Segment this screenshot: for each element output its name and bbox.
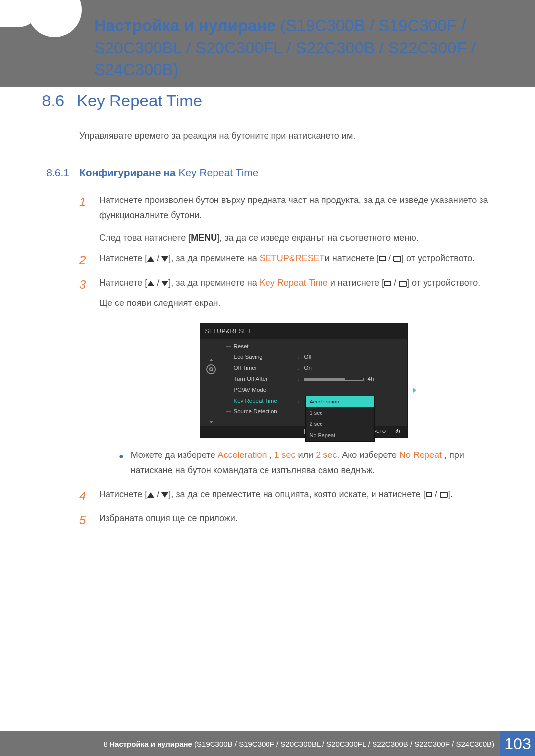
source-icon: [426, 492, 432, 497]
step-number: 1: [79, 193, 90, 245]
enter-icon: [399, 281, 407, 287]
up-arrow-icon: [147, 281, 154, 286]
header-title-prefix: Настройка и нулиране: [94, 16, 276, 35]
osd-item-eco: Eco Saving: [234, 353, 298, 362]
step-4: 4 Натиснете [ / ], за да се преместите н…: [79, 487, 508, 505]
section-heading: 8.6 Key Repeat Time: [30, 92, 508, 110]
bullet-text: Можете да изберете Acceleration , 1 sec …: [131, 448, 508, 478]
osd-item-srcdet: Source Detection: [234, 407, 298, 417]
page-footer: 8 Настройка и нулиране (S19C300B / S19C3…: [0, 731, 535, 756]
osd-item-reset: Reset: [234, 342, 298, 352]
header-circle-shape: [27, 0, 82, 37]
page-number: 103: [500, 731, 535, 756]
step-3: 3 Натиснете [ / ], за да преминете на Ke…: [79, 275, 508, 478]
subsection-heading: 8.6.1 Конфигуриране на Key Repeat Time: [79, 165, 508, 181]
arrow-right-icon: [413, 388, 416, 393]
intro-paragraph: Управлявате времето за реакция на бутони…: [79, 129, 508, 143]
step-1: 1 Натиснете произволен бутон върху предн…: [79, 193, 508, 245]
enter-icon: [393, 256, 401, 262]
osd-option-2sec: 2 sec: [306, 418, 374, 430]
step-5: 5 Избраната опция ще се приложи.: [79, 511, 508, 529]
osd-title: SETUP&RESET: [200, 323, 407, 339]
key-repeat-time-label: Key Repeat Time: [260, 278, 328, 288]
osd-screenshot: SETUP&RESET Reset Eco Saving:Off Off Tim…: [200, 323, 408, 438]
osd-item-pcav: PC/AV Mode: [234, 385, 298, 395]
step-number: 4: [79, 487, 90, 505]
osd-item-krt: Key Repeat Time: [234, 396, 298, 406]
osd-popup: Acceleration 1 sec 2 sec No Repeat: [305, 396, 374, 442]
subsection-number: 8.6.1: [35, 165, 69, 181]
osd-menu: Reset Eco Saving:Off Off Timer:On Turn O…: [222, 339, 407, 426]
source-icon: [379, 256, 386, 261]
source-icon: [384, 281, 391, 286]
osd-btn-power-icon: ⏻: [393, 429, 402, 434]
osd-slider: [304, 378, 364, 381]
down-arrow-icon: [161, 281, 168, 286]
subsection-title: Конфигуриране на Key Repeat Time: [79, 165, 259, 181]
step-body: Натиснете [ / ], за да преминете на SETU…: [99, 251, 508, 269]
up-arrow-icon: [147, 492, 154, 498]
step-number: 2: [79, 251, 90, 269]
section-body: Управлявате времето за реакция на бутони…: [79, 129, 508, 530]
step-body: Избраната опция ще се приложи.: [99, 511, 508, 529]
osd-option-acceleration: Acceleration: [306, 396, 374, 407]
section-title: Key Repeat Time: [77, 92, 202, 110]
menu-key-label: MENU: [191, 233, 217, 243]
down-arrow-icon: [161, 256, 168, 262]
step-number: 5: [79, 511, 90, 529]
section-number: 8.6: [30, 92, 64, 110]
note-bullet: ● Можете да изберете Acceleration , 1 se…: [119, 448, 508, 478]
osd-item-offtimer: Off Timer: [234, 363, 298, 373]
page-content: 8.6 Key Repeat Time Управлявате времето …: [30, 92, 508, 711]
up-arrow-icon: [147, 256, 154, 262]
osd-item-turnoff: Turn Off After: [234, 374, 298, 384]
step-body: Натиснете [ / ], за да се преместите на …: [99, 487, 508, 505]
setup-reset-label: SETUP&RESET: [260, 253, 325, 263]
osd-option-norepeat: No Repeat: [306, 430, 374, 441]
down-arrow-icon: [161, 492, 168, 498]
step-body: Натиснете [ / ], за да преминете на Key …: [99, 275, 508, 478]
enter-icon: [440, 492, 448, 498]
step-body: Натиснете произволен бутон върху преднат…: [99, 193, 508, 245]
step-number: 3: [79, 275, 90, 478]
gear-icon: [206, 364, 216, 374]
osd-footer: ◂ ▾ ▴ ⏎ AUTO ⏻: [200, 426, 407, 437]
osd-btn-auto: AUTO: [375, 429, 384, 434]
step-2: 2 Натиснете [ / ], за да преминете на SE…: [79, 251, 508, 269]
header-title: Настройка и нулиране (S19C300B / S19C300…: [94, 15, 535, 81]
page-header: Настройка и нулиране (S19C300B / S19C300…: [0, 0, 535, 87]
osd-sidebar: [200, 339, 222, 426]
bullet-icon: ●: [119, 448, 124, 478]
footer-chapter: 8 Настройка и нулиране (S19C300B / S19C3…: [0, 731, 500, 756]
